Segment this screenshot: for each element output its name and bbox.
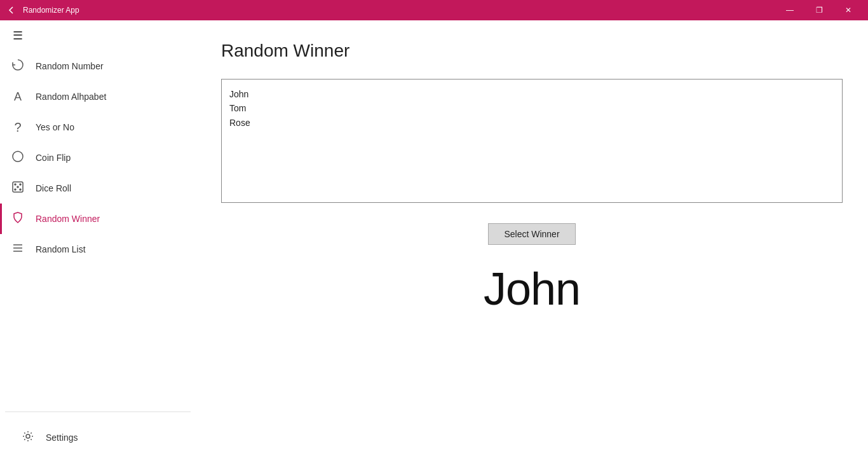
close-button[interactable]: ✕ [834, 0, 863, 20]
sidebar-item-label: Coin Flip [36, 153, 71, 163]
sidebar-nav: Random Number A Random Alhpabet ? Yes or… [0, 51, 196, 411]
settings-icon [20, 430, 36, 446]
winner-display: John [221, 263, 843, 315]
coin-flip-icon [10, 150, 25, 166]
sidebar-header: ☰ [0, 20, 196, 51]
sidebar-item-random-winner[interactable]: Random Winner [0, 204, 196, 234]
hamburger-button[interactable]: ☰ [10, 26, 25, 45]
sidebar-item-coin-flip[interactable]: Coin Flip [0, 142, 196, 173]
app-title: Randomizer App [23, 6, 775, 15]
main-layout: ☰ Random Number A Random Alhpabet [0, 20, 868, 463]
sidebar-item-random-number[interactable]: Random Number [0, 51, 196, 81]
settings-label: Settings [46, 432, 78, 443]
yes-or-no-icon: ? [10, 120, 25, 135]
sidebar-item-label: Dice Roll [36, 183, 71, 193]
back-button[interactable] [5, 4, 18, 17]
select-winner-button[interactable]: Select Winner [488, 223, 575, 245]
svg-point-3 [17, 186, 18, 188]
sidebar-item-random-list[interactable]: Random List [0, 234, 196, 265]
sidebar-item-label: Random List [36, 244, 86, 254]
title-bar: Randomizer App — ❐ ✕ [0, 0, 868, 20]
dice-roll-icon [10, 181, 25, 197]
random-number-icon [10, 59, 25, 74]
window-controls: — ❐ ✕ [775, 0, 863, 20]
sidebar-bottom: Settings [5, 411, 191, 463]
sidebar-item-dice-roll[interactable]: Dice Roll [0, 173, 196, 204]
sidebar-item-label: Random Winner [36, 214, 100, 224]
sidebar-item-label: Yes or No [36, 122, 74, 132]
svg-point-10 [26, 434, 30, 438]
page-title: Random Winner [221, 41, 843, 61]
sidebar: ☰ Random Number A Random Alhpabet [0, 20, 196, 463]
minimize-button[interactable]: — [775, 0, 804, 20]
svg-point-2 [15, 184, 16, 185]
svg-point-4 [20, 189, 21, 190]
content-area: Random Winner John Tom Rose Select Winne… [196, 20, 868, 463]
svg-point-0 [13, 151, 23, 162]
sidebar-item-yes-or-no[interactable]: ? Yes or No [0, 112, 196, 142]
sidebar-item-settings[interactable]: Settings [15, 422, 180, 453]
random-alphabet-icon: A [10, 90, 25, 104]
random-list-icon [10, 242, 25, 258]
sidebar-item-label: Random Number [36, 61, 104, 71]
svg-point-5 [20, 184, 21, 185]
restore-button[interactable]: ❐ [804, 0, 834, 20]
names-textarea[interactable]: John Tom Rose [221, 79, 843, 203]
sidebar-item-label: Random Alhpabet [36, 92, 106, 102]
random-winner-icon [10, 211, 25, 227]
svg-point-6 [15, 189, 16, 190]
sidebar-item-random-alphabet[interactable]: A Random Alhpabet [0, 81, 196, 112]
